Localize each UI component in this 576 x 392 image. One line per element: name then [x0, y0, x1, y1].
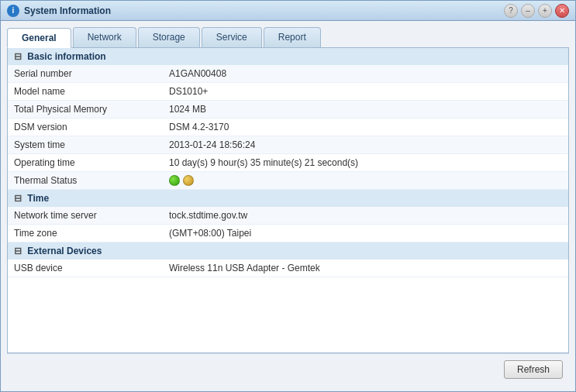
tab-content-general: ⊟ Basic information Serial number A1GAN0…: [7, 47, 569, 353]
row-ntp-server: Network time server tock.stdtime.gov.tw: [8, 207, 568, 225]
collapse-toggle-time[interactable]: ⊟: [14, 193, 22, 204]
label-usb-device: USB device: [8, 260, 163, 277]
main-content: General Network Storage Service Report ⊟…: [1, 21, 575, 391]
tab-bar: General Network Storage Service Report: [7, 27, 569, 47]
window-title: System Information: [24, 5, 504, 16]
window-icon: i: [7, 5, 19, 17]
value-usb-device: Wireless 11n USB Adapter - Gemtek: [163, 260, 568, 277]
tab-report[interactable]: Report: [264, 27, 321, 47]
row-system-time: System time 2013-01-24 18:56:24: [8, 136, 568, 154]
info-table: ⊟ Basic information Serial number A1GAN0…: [8, 48, 568, 277]
label-system-time: System time: [8, 136, 163, 154]
label-ntp-server: Network time server: [8, 207, 163, 225]
value-operating-time: 10 day(s) 9 hour(s) 35 minute(s) 21 seco…: [163, 154, 568, 172]
title-buttons: ? – + ✕: [504, 4, 569, 18]
section-header-basic: ⊟ Basic information: [8, 48, 568, 65]
collapse-toggle-basic[interactable]: ⊟: [14, 51, 22, 62]
value-dsm-version: DSM 4.2-3170: [163, 119, 568, 136]
footer: Refresh: [7, 353, 569, 385]
section-title-basic: Basic information: [27, 51, 105, 62]
tab-service[interactable]: Service: [202, 27, 262, 47]
tab-storage[interactable]: Storage: [138, 27, 200, 47]
row-timezone: Time zone (GMT+08:00) Taipei: [8, 225, 568, 242]
value-total-memory: 1024 MB: [163, 101, 568, 119]
row-dsm-version: DSM version DSM 4.2-3170: [8, 119, 568, 136]
info-table-area: ⊟ Basic information Serial number A1GAN0…: [8, 48, 568, 352]
section-header-time: ⊟ Time: [8, 190, 568, 208]
label-total-memory: Total Physical Memory: [8, 101, 163, 119]
section-header-external: ⊟ External Devices: [8, 242, 568, 260]
tab-network[interactable]: Network: [73, 27, 136, 47]
row-usb-device: USB device Wireless 11n USB Adapter - Ge…: [8, 260, 568, 277]
thermal-indicator-green: [169, 175, 180, 186]
value-thermal-status: [163, 172, 568, 190]
row-operating-time: Operating time 10 day(s) 9 hour(s) 35 mi…: [8, 154, 568, 172]
section-title-external: External Devices: [27, 246, 102, 256]
system-information-window: i System Information ? – + ✕ General Net…: [0, 0, 576, 392]
label-serial-number: Serial number: [8, 65, 163, 83]
value-serial-number: A1GAN00408: [163, 65, 568, 83]
label-thermal-status: Thermal Status: [8, 172, 163, 190]
help-button[interactable]: ?: [504, 4, 518, 18]
row-model-name: Model name DS1010+: [8, 83, 568, 101]
tab-general[interactable]: General: [7, 28, 71, 48]
maximize-button[interactable]: +: [538, 4, 552, 18]
minimize-button[interactable]: –: [521, 4, 535, 18]
label-dsm-version: DSM version: [8, 119, 163, 136]
label-operating-time: Operating time: [8, 154, 163, 172]
label-timezone: Time zone: [8, 225, 163, 242]
thermal-indicators: [169, 175, 562, 186]
value-model-name: DS1010+: [163, 83, 568, 101]
row-thermal-status: Thermal Status: [8, 172, 568, 190]
title-bar: i System Information ? – + ✕: [1, 1, 575, 21]
value-ntp-server: tock.stdtime.gov.tw: [163, 207, 568, 225]
section-title-time: Time: [27, 193, 49, 204]
label-model-name: Model name: [8, 83, 163, 101]
value-system-time: 2013-01-24 18:56:24: [163, 136, 568, 154]
value-timezone: (GMT+08:00) Taipei: [163, 225, 568, 242]
collapse-toggle-external[interactable]: ⊟: [14, 246, 22, 256]
refresh-button[interactable]: Refresh: [504, 360, 563, 379]
close-button[interactable]: ✕: [555, 4, 569, 18]
row-total-memory: Total Physical Memory 1024 MB: [8, 101, 568, 119]
row-serial-number: Serial number A1GAN00408: [8, 65, 568, 83]
thermal-indicator-yellow: [183, 175, 194, 186]
